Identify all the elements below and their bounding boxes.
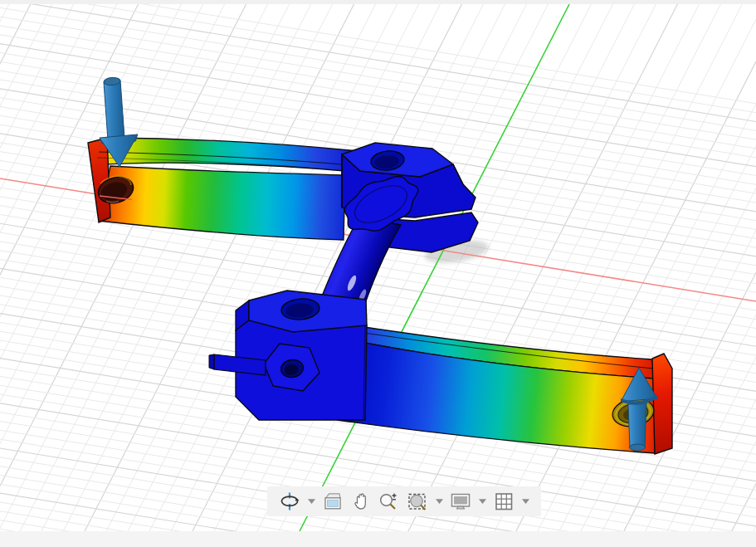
lower-arm-end-cap[interactable]	[652, 354, 672, 454]
fit-dropdown[interactable]	[433, 489, 445, 514]
look-at-icon	[322, 491, 344, 512]
display-settings-dropdown[interactable]	[476, 489, 488, 514]
orbit-button[interactable]	[277, 489, 302, 514]
upper-arm-front-face[interactable]	[99, 166, 345, 240]
3d-viewport[interactable]	[0, 0, 756, 547]
fit-button[interactable]	[405, 489, 430, 514]
fit-icon	[407, 491, 428, 512]
display-settings-button[interactable]	[448, 489, 473, 514]
orbit-dropdown[interactable]	[305, 489, 317, 514]
zoom-icon	[378, 491, 400, 512]
lower-arm[interactable]	[332, 322, 672, 454]
pan-icon	[350, 491, 372, 512]
grid-settings-icon	[493, 491, 515, 512]
orbit-icon	[279, 491, 300, 512]
chevron-down-icon	[307, 498, 316, 505]
cad-viewport-window	[0, 0, 756, 547]
lower-clamp-rib-end	[209, 354, 214, 369]
upper-arm[interactable]	[88, 138, 358, 240]
look-at-button[interactable]	[320, 489, 345, 514]
upper-arm-top-face[interactable]	[95, 138, 358, 171]
bottom-strip	[0, 531, 756, 547]
pan-button[interactable]	[349, 489, 373, 514]
navigation-toolbar	[267, 486, 541, 516]
chevron-down-icon	[521, 498, 530, 505]
display-settings-icon	[450, 491, 471, 512]
grid-settings-dropdown[interactable]	[519, 489, 531, 514]
zoom-button[interactable]	[377, 489, 402, 514]
top-strip	[0, 0, 756, 4]
chevron-down-icon	[435, 498, 444, 505]
chevron-down-icon	[478, 498, 487, 505]
lower-clamp[interactable]	[209, 291, 367, 420]
grid-settings-button[interactable]	[491, 489, 516, 514]
